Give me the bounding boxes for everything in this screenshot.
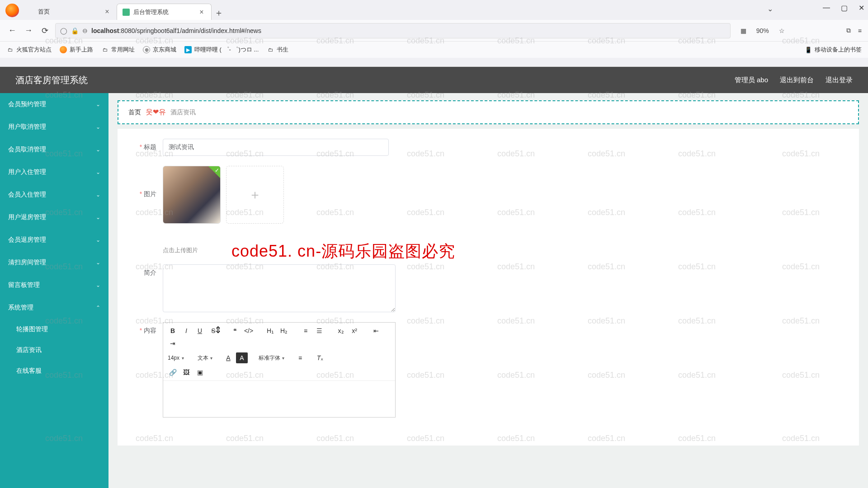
shield-icon: ◯ <box>60 27 67 34</box>
superscript-icon[interactable]: x² <box>349 325 360 336</box>
sidebar: 会员预约管理⌄ 用户取消管理⌄ 会员取消管理⌄ 用户入住管理⌄ 会员入住管理⌄ … <box>0 93 108 488</box>
code-icon[interactable]: </> <box>243 325 255 336</box>
form-row-intro: 简介 <box>131 264 845 312</box>
logout-button[interactable]: 退出登录 <box>826 76 853 84</box>
bold-icon[interactable]: B <box>167 325 179 336</box>
zoom-level[interactable]: 90% <box>754 26 772 35</box>
bookmark-jd[interactable]: ⊕京东商城 <box>143 46 176 54</box>
plus-icon: ＋ <box>249 186 261 203</box>
forward-button[interactable]: → <box>23 25 34 37</box>
new-tab-button[interactable]: ＋ <box>212 5 226 20</box>
form-row-image: 图片 ＋ 点击上传图片 <box>131 166 845 254</box>
chevron-down-icon: ⌄ <box>96 124 100 130</box>
text-style-select[interactable]: 文本 <box>197 352 216 363</box>
uploaded-thumbnail[interactable] <box>163 166 221 224</box>
title-input[interactable] <box>163 139 389 156</box>
sidebar-item[interactable]: 会员预约管理⌄ <box>0 93 108 116</box>
app-header: 酒店客房管理系统 管理员 abo 退出到前台 退出登录 <box>0 67 868 93</box>
form-row-content: 内容 B I U S ❝ </> H₁ H₂ ≡ <box>131 322 845 418</box>
strike-icon[interactable]: S <box>208 325 219 336</box>
subscript-icon[interactable]: x₂ <box>335 325 347 336</box>
bookmark-star-icon[interactable]: ☆ <box>779 27 785 34</box>
minimize-button[interactable]: — <box>823 4 830 12</box>
upload-button[interactable]: ＋ <box>226 166 284 224</box>
rich-editor: B I U S ❝ </> H₁ H₂ ≡ ☰ x₂ <box>163 322 396 418</box>
bookmark-getting-started[interactable]: 新手上路 <box>60 46 93 54</box>
favicon-blank-icon <box>27 8 34 15</box>
tab-close-icon[interactable]: × <box>198 8 206 16</box>
exit-to-front-button[interactable]: 退出到前台 <box>780 76 814 84</box>
breadcrumb-home[interactable]: 首页 <box>128 108 141 117</box>
chevron-down-icon: ⌄ <box>96 259 100 266</box>
ol-icon[interactable]: ≡ <box>300 325 311 336</box>
editor-content[interactable] <box>163 381 395 417</box>
chevron-down-icon: ⌄ <box>96 169 100 175</box>
tabs-dropdown-icon[interactable]: ⌄ <box>767 5 773 13</box>
form-card: 标题 图片 ＋ 点击上传图片 简介 内容 <box>118 129 859 446</box>
bg-color-icon[interactable]: A <box>236 352 248 363</box>
sidebar-sub-service[interactable]: 在线客服 <box>0 361 108 381</box>
label-content: 内容 <box>131 322 163 335</box>
main-content: 首页 웃❤유 酒店资讯 标题 图片 ＋ 点击上传图片 简介 <box>108 93 868 488</box>
chevron-down-icon: ⌄ <box>96 146 100 153</box>
label-title: 标题 <box>131 139 163 151</box>
bookmark-mobile[interactable]: 📱移动设备上的书签 <box>805 46 862 54</box>
reload-button[interactable]: ⟳ <box>39 25 51 37</box>
bookmark-common[interactable]: 🗀常用网址 <box>101 46 135 54</box>
bookmark-firefox[interactable]: 🗀火狐官方站点 <box>6 46 52 54</box>
tab-admin[interactable]: 后台管理系统 × <box>117 4 212 20</box>
tab-title: 首页 <box>38 8 103 16</box>
sidebar-item[interactable]: 用户退房管理⌄ <box>0 206 108 229</box>
sidebar-item[interactable]: 用户取消管理⌄ <box>0 116 108 138</box>
tab-home[interactable]: 首页 × <box>22 4 117 20</box>
image-icon[interactable]: 🖼 <box>180 367 192 378</box>
indent-icon[interactable]: ⇥ <box>167 338 179 349</box>
sidebar-sub-carousel[interactable]: 轮播图管理 <box>0 319 108 340</box>
video-icon[interactable]: ▣ <box>194 367 206 378</box>
italic-icon[interactable]: I <box>180 325 192 336</box>
text-color-icon[interactable]: A <box>222 352 234 363</box>
admin-label[interactable]: 管理员 abo <box>735 76 768 84</box>
chevron-down-icon: ⌄ <box>96 101 100 108</box>
browser-chrome: 首页 × 后台管理系统 × ＋ ⌄ — ▢ ✕ ← → ⟳ ◯ 🔒 ⊖ loca… <box>0 0 868 67</box>
bookmark-shusheng[interactable]: 🗀书生 <box>267 46 288 54</box>
quote-icon[interactable]: ❝ <box>229 325 241 336</box>
sidebar-item[interactable]: 会员退房管理⌄ <box>0 229 108 251</box>
sidebar-sub-news[interactable]: 酒店资讯 <box>0 340 108 361</box>
sidebar-item[interactable]: 用户入住管理⌄ <box>0 161 108 183</box>
font-family-select[interactable]: 标准字体 <box>258 352 288 363</box>
h1-icon[interactable]: H₁ <box>264 325 276 336</box>
sidebar-item[interactable]: 会员取消管理⌄ <box>0 138 108 161</box>
back-button[interactable]: ← <box>6 25 18 37</box>
header-actions: 管理员 abo 退出到前台 退出登录 <box>735 76 853 84</box>
font-size-select[interactable]: 14px <box>167 352 187 363</box>
sidebar-item[interactable]: 留言板管理⌄ <box>0 274 108 296</box>
heart-icon: 웃❤유 <box>146 108 166 117</box>
extensions-icon[interactable]: ⧉ <box>846 27 851 34</box>
breadcrumb-page: 酒店资讯 <box>170 108 196 117</box>
sidebar-item[interactable]: 清扫房间管理⌄ <box>0 251 108 274</box>
address-bar[interactable]: ◯ 🔒 ⊖ localhost:8080/springboot6alf1/adm… <box>55 23 731 38</box>
ul-icon[interactable]: ☰ <box>313 325 325 336</box>
maximize-button[interactable]: ▢ <box>841 4 848 12</box>
app-body: 会员预约管理⌄ 用户取消管理⌄ 会员取消管理⌄ 用户入住管理⌄ 会员入住管理⌄ … <box>0 93 868 488</box>
bookmarks-bar: 🗀火狐官方站点 新手上路 🗀常用网址 ⊕京东商城 ▶哔哩哔哩 ( ゜- ゜)つロ… <box>0 42 868 58</box>
underline-icon[interactable]: U <box>194 325 206 336</box>
intro-textarea[interactable] <box>163 264 396 312</box>
permission-icon: ⊖ <box>82 27 88 34</box>
sidebar-item-system[interactable]: 系统管理⌃ <box>0 296 108 319</box>
tab-close-icon[interactable]: × <box>103 8 111 16</box>
outdent-icon[interactable]: ⇤ <box>370 325 382 336</box>
bookmark-bilibili[interactable]: ▶哔哩哔哩 ( ゜- ゜)つロ ... <box>184 46 259 54</box>
form-row-title: 标题 <box>131 139 845 156</box>
clear-format-icon[interactable]: Tₓ <box>314 352 326 363</box>
sidebar-item[interactable]: 会员入住管理⌄ <box>0 183 108 206</box>
align-icon[interactable]: ≡ <box>294 352 306 363</box>
app-menu-icon[interactable]: ≡ <box>858 27 862 34</box>
link-icon[interactable]: 🔗 <box>167 367 179 378</box>
h2-icon[interactable]: H₂ <box>278 325 290 336</box>
url-text: localhost:8080/springboot6alf1/admin/dis… <box>91 27 261 34</box>
close-window-button[interactable]: ✕ <box>859 4 864 12</box>
label-intro: 简介 <box>131 264 163 277</box>
qr-icon[interactable]: ▦ <box>741 27 746 34</box>
